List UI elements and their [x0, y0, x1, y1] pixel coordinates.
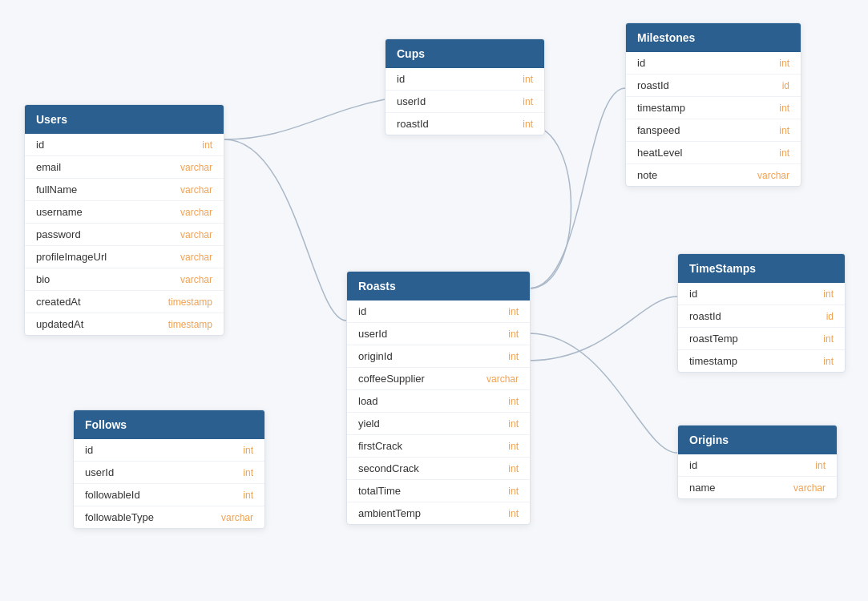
table-row: createdAt timestamp	[25, 291, 224, 313]
table-row: roastId id	[678, 305, 845, 328]
table-row: fullName varchar	[25, 179, 224, 201]
table-row: secondCrack int	[347, 458, 530, 480]
timestamps-table: TimeStamps id int roastId id roastTemp i…	[677, 253, 846, 373]
table-row: userId int	[386, 91, 544, 113]
table-row: roastTemp int	[678, 328, 845, 350]
table-row: load int	[347, 390, 530, 413]
table-row: heatLevel int	[626, 142, 801, 164]
cups-table-header: Cups	[386, 39, 544, 68]
table-row: note varchar	[626, 164, 801, 186]
table-row: roastId int	[386, 113, 544, 135]
table-row: yield int	[347, 413, 530, 435]
table-row: roastId id	[626, 75, 801, 97]
table-row: email varchar	[25, 156, 224, 179]
table-row: timestamp int	[626, 97, 801, 119]
table-row: bio varchar	[25, 268, 224, 291]
table-row: fanspeed int	[626, 119, 801, 142]
table-row: id int	[386, 68, 544, 91]
table-row: id int	[25, 134, 224, 156]
table-row: password varchar	[25, 224, 224, 246]
table-row: id int	[626, 52, 801, 75]
cups-table: Cups id int userId int roastId int	[385, 38, 545, 135]
table-row: followableType varchar	[74, 506, 264, 528]
table-row: username varchar	[25, 201, 224, 224]
users-table: Users id int email varchar fullName varc…	[24, 104, 224, 336]
origins-table: Origins id int name varchar	[677, 425, 838, 499]
table-row: id int	[347, 300, 530, 323]
table-row: userId int	[74, 462, 264, 484]
table-row: originId int	[347, 345, 530, 368]
table-row: profileImageUrl varchar	[25, 246, 224, 268]
table-row: id int	[678, 283, 845, 305]
table-row: followableId int	[74, 484, 264, 506]
table-row: firstCrack int	[347, 435, 530, 458]
origins-table-header: Origins	[678, 426, 837, 454]
table-row: timestamp int	[678, 350, 845, 372]
table-row: id int	[678, 454, 837, 477]
table-row: totalTime int	[347, 480, 530, 502]
roasts-table-header: Roasts	[347, 272, 530, 300]
table-row: userId int	[347, 323, 530, 345]
table-row: id int	[74, 439, 264, 462]
milestones-table-header: Milestones	[626, 23, 801, 52]
table-row: updatedAt timestamp	[25, 313, 224, 335]
roasts-table: Roasts id int userId int originId int co…	[346, 271, 531, 525]
follows-table: Follows id int userId int followableId i…	[73, 409, 265, 529]
milestones-table: Milestones id int roastId id timestamp i…	[625, 22, 801, 187]
table-row: ambientTemp int	[347, 502, 530, 524]
table-row: coffeeSupplier varchar	[347, 368, 530, 390]
table-row: name varchar	[678, 477, 837, 498]
diagram-canvas: Users id int email varchar fullName varc…	[0, 0, 868, 601]
follows-table-header: Follows	[74, 410, 264, 439]
timestamps-table-header: TimeStamps	[678, 254, 845, 283]
users-table-header: Users	[25, 105, 224, 134]
